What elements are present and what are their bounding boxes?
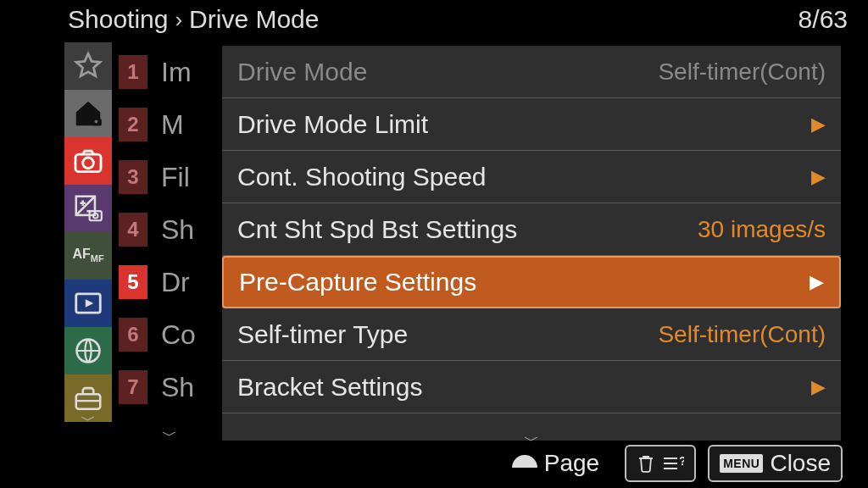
- category-network[interactable]: [64, 327, 112, 374]
- page-label: Page: [544, 450, 599, 477]
- page-tab-text: Fil: [161, 162, 190, 193]
- star-icon: [72, 50, 104, 82]
- page-counter: 8/63: [798, 5, 848, 34]
- page-tab[interactable]: 7Sh: [119, 361, 220, 413]
- setting-drive-mode-limit[interactable]: Drive Mode Limit ▶: [222, 98, 841, 151]
- category-focus[interactable]: AFMF: [64, 232, 112, 280]
- breadcrumb-bar: Shooting › Drive Mode 8/63: [0, 5, 868, 39]
- menu-icon: MENU: [720, 454, 763, 473]
- setting-value: Self-timer(Cont): [658, 58, 826, 86]
- camera-icon: [72, 145, 104, 177]
- page-tab-number: 6: [119, 318, 147, 352]
- setting-value: 30 images/s: [698, 216, 826, 243]
- trash-icon: [637, 453, 655, 474]
- category-playback[interactable]: [64, 280, 112, 327]
- setting-cont-shooting-speed[interactable]: Cont. Shooting Speed ▶: [222, 151, 841, 203]
- page-control[interactable]: Page: [510, 450, 599, 477]
- svg-point-1: [95, 120, 98, 124]
- setting-label: Pre-Capture Settings: [239, 268, 476, 297]
- svg-text:?: ?: [679, 454, 684, 468]
- setting-label: Bracket Settings: [237, 373, 422, 402]
- page-tab-number: 7: [119, 370, 147, 404]
- breadcrumb: Shooting › Drive Mode: [68, 5, 320, 34]
- page-tab-text: Sh: [161, 372, 194, 403]
- help-lines-icon: ?: [662, 454, 684, 473]
- chevron-right-icon: ▶: [811, 376, 826, 398]
- page-tab-number: 3: [119, 160, 147, 194]
- chevron-right-icon: ▶: [811, 166, 826, 188]
- page-tab-text: M: [161, 109, 184, 141]
- page-tab-number: 5: [119, 265, 147, 299]
- close-label: Close: [770, 450, 831, 477]
- help-button[interactable]: ?: [625, 445, 696, 482]
- page-tab-number: 4: [119, 213, 147, 247]
- page-tab-text: Co: [161, 319, 196, 351]
- chevron-right-icon: ›: [175, 7, 182, 33]
- setting-label: Self-timer Type: [237, 320, 408, 349]
- page-tab[interactable]: 2M: [119, 98, 220, 151]
- setting-label: Drive Mode Limit: [237, 110, 428, 139]
- page-tab[interactable]: 6Co: [119, 308, 220, 361]
- category-favorite[interactable]: [64, 42, 112, 90]
- category-icon-strip: ︿ AFMF ﹀: [64, 42, 112, 422]
- globe-icon: [72, 335, 104, 367]
- exposure-icon: [72, 192, 104, 225]
- setting-drive-mode: Drive Mode Self-timer(Cont): [222, 46, 841, 98]
- page-tab-number: 1: [119, 55, 147, 89]
- setting-pre-capture[interactable]: Pre-Capture Settings ▶: [222, 256, 841, 308]
- close-button[interactable]: MENU Close: [708, 445, 843, 482]
- breadcrumb-page: Drive Mode: [189, 5, 319, 34]
- page-tab-number: 2: [119, 108, 147, 141]
- page-tab[interactable]: 1Im: [119, 46, 220, 98]
- setting-label: Cnt Sht Spd Bst Settings: [237, 215, 517, 244]
- setting-cnt-sht-spd-bst[interactable]: Cnt Sht Spd Bst Settings 30 images/s: [222, 203, 841, 256]
- setting-label: Drive Mode: [237, 58, 367, 86]
- settings-panel: Drive Mode Self-timer(Cont) Drive Mode L…: [222, 46, 841, 441]
- chevron-down-icon: ﹀: [119, 425, 220, 441]
- breadcrumb-section: Shooting: [68, 5, 168, 34]
- page-tab[interactable]: 5Dr: [119, 256, 220, 308]
- setting-bracket-settings[interactable]: Bracket Settings ▶: [222, 361, 841, 413]
- category-exposure[interactable]: [64, 185, 112, 232]
- page-tab[interactable]: 3Fil: [119, 151, 220, 203]
- page-tab[interactable]: 4Sh: [119, 203, 220, 256]
- bottom-bar: Page ? MENU Close: [0, 442, 868, 485]
- home-icon: [72, 97, 104, 130]
- toolbox-icon: [72, 382, 104, 414]
- setting-value: Self-timer(Cont): [658, 321, 826, 348]
- setting-self-timer-type[interactable]: Self-timer Type Self-timer(Cont): [222, 308, 841, 361]
- page-tab-column: 1Im 2M 3Fil 4Sh 5Dr 6Co 7Sh ﹀: [119, 46, 220, 441]
- category-home[interactable]: [64, 90, 112, 137]
- page-tab-text: Im: [161, 57, 192, 88]
- category-setup[interactable]: [64, 374, 112, 422]
- playback-icon: [72, 287, 104, 319]
- svg-point-3: [83, 158, 94, 169]
- chevron-right-icon: ▶: [811, 114, 826, 136]
- dial-icon: [510, 454, 539, 473]
- category-shooting[interactable]: [64, 137, 112, 185]
- page-tab-text: Sh: [161, 214, 194, 246]
- page-tab-text: Dr: [161, 267, 190, 298]
- setting-label: Cont. Shooting Speed: [237, 163, 487, 191]
- chevron-right-icon: ▶: [810, 271, 824, 293]
- afmf-icon: AFMF: [72, 247, 103, 263]
